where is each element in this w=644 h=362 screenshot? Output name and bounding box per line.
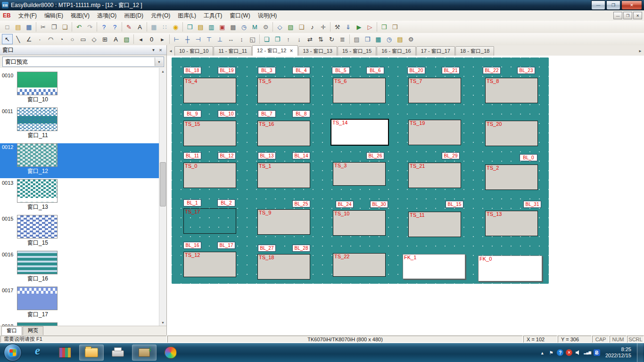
picture-tool-icon[interactable]: ▧ [121, 34, 132, 44]
tab-scroll-right-icon[interactable]: ► [636, 46, 644, 56]
new-icon[interactable]: □ [2, 22, 13, 32]
picture-library-icon[interactable]: ▧ [285, 22, 296, 32]
menu-item-8[interactable]: 工具(T) [200, 11, 226, 21]
panel-dropdown-icon[interactable]: ▼ [150, 47, 157, 53]
bit-lamp-BL_19[interactable]: BL_19 [218, 67, 236, 74]
hidden-icons-arrow[interactable]: ▴ [539, 349, 545, 356]
align-right-icon[interactable]: ⊣ [193, 34, 204, 44]
bit-lamp-BL_17[interactable]: BL_17 [217, 242, 235, 249]
address-view-icon[interactable]: ▦ [373, 34, 384, 44]
layer-icon[interactable]: ≣ [337, 34, 348, 44]
tab-12 - 窗口_12[interactable]: 12 - 窗口_12× [252, 45, 297, 56]
toggle-switch-TS_21[interactable]: TS_21 [408, 163, 461, 188]
network-icon[interactable]: ▂▄▆ [584, 349, 591, 356]
toggle-switch-TS_1[interactable]: TS_1 [257, 163, 310, 188]
bit-lamp-BL_28[interactable]: BL_28 [292, 245, 310, 252]
pie-tool-icon[interactable]: ◔ [56, 34, 67, 44]
menu-item-1[interactable]: 文件(F) [15, 11, 41, 21]
panel-close-icon[interactable]: × [157, 47, 164, 53]
panel-tab-window[interactable]: 窗口 [1, 326, 22, 335]
data-sampling-icon[interactable]: ▥ [206, 22, 217, 32]
explorer-icon[interactable] [79, 345, 104, 361]
bit-lamp-BL_3[interactable]: BL_3 [258, 67, 276, 74]
bit-lamp-BL_31[interactable]: BL_31 [523, 201, 541, 208]
select-tool-icon[interactable]: ↖ [2, 34, 13, 44]
bit-lamp-BL_13[interactable]: BL_13 [258, 152, 276, 159]
window-list-item-0012[interactable]: 0012窗口_12 [0, 143, 159, 178]
tab-17 - 窗口_17[interactable]: 17 - 窗口_17 [416, 46, 455, 56]
toggle-switch-TS_7[interactable]: TS_7 [408, 78, 461, 103]
align-top-icon[interactable]: ⊤ [204, 34, 215, 44]
bit-lamp-BL_5[interactable]: BL_5 [332, 67, 350, 74]
text-tool-icon[interactable]: A [110, 34, 121, 44]
line-tool-icon[interactable]: ╲ [13, 34, 24, 44]
menu-item-4[interactable]: 选项(O) [93, 11, 120, 21]
flip-horizontal-icon[interactable]: ⇄ [305, 34, 315, 44]
ie-browser-icon[interactable] [26, 345, 51, 361]
polyline-tool-icon[interactable]: ∠ [24, 34, 34, 44]
design-canvas[interactable]: BL_18BL_19BL_3BL_4BL_5BL_6BL_20BL_21BL_2… [172, 58, 549, 284]
window-preview-icon[interactable]: ❒ [362, 34, 373, 44]
sound-library-icon[interactable]: ♪ [307, 22, 318, 32]
bit-lamp-BL_23[interactable]: BL_23 [517, 67, 535, 74]
same-height-icon[interactable]: ↕ [236, 34, 247, 44]
error-icon[interactable]: ✕ [566, 349, 572, 356]
image-viewer-icon[interactable] [158, 345, 183, 361]
menu-item-5[interactable]: 画图(D) [120, 11, 147, 21]
bit-lamp-BL_20[interactable]: BL_20 [407, 67, 425, 74]
window-copy-icon[interactable]: ❒ [379, 22, 389, 32]
panel-tab-web[interactable]: 网页 [23, 326, 43, 335]
bit-lamp-BL_12[interactable]: BL_12 [218, 152, 236, 159]
toggle-switch-TS_9[interactable]: TS_9 [257, 209, 310, 235]
bit-lamp-BL_24[interactable]: BL_24 [336, 201, 354, 208]
redo-icon[interactable]: ↷ [84, 22, 95, 32]
align-center-icon[interactable]: ┼ [182, 34, 193, 44]
online-simulation-icon[interactable]: ▷ [364, 22, 375, 32]
bring-front-icon[interactable]: ↑ [283, 34, 294, 44]
transparent-icon[interactable]: ▨ [351, 34, 362, 44]
toggle-switch-TS_14[interactable]: TS_14 [330, 119, 389, 146]
window-paste-icon[interactable]: ❒ [389, 22, 400, 32]
shape-library-icon[interactable]: ◇ [274, 22, 285, 32]
window-preview-select[interactable]: 窗口预览 ▼ [2, 57, 164, 67]
align-left-icon[interactable]: ⊢ [171, 34, 182, 44]
window-settings-icon[interactable]: ❒ [184, 22, 195, 32]
tab-13 - 窗口_13[interactable]: 13 - 窗口_13 [298, 46, 337, 56]
bit-lamp-BL_27[interactable]: BL_27 [258, 245, 276, 252]
tab-10 - 窗口_10[interactable]: 10 - 窗口_10 [174, 46, 213, 56]
bit-lamp-BL_25[interactable]: BL_25 [292, 200, 310, 207]
copy-icon[interactable]: ❐ [49, 22, 59, 32]
installer-icon[interactable] [132, 345, 157, 361]
window-list-item-0016[interactable]: 0016窗口_16 [0, 251, 159, 286]
bit-lamp-BL_7[interactable]: BL_7 [258, 110, 276, 117]
label-library-icon[interactable]: ❑ [296, 22, 307, 32]
same-size-icon[interactable]: ◱ [247, 34, 258, 44]
compile-icon[interactable]: ⚒ [332, 22, 343, 32]
build-icon[interactable]: ⚙ [405, 34, 416, 44]
state-value[interactable]: 0 [146, 34, 157, 44]
menu-item-2[interactable]: 编辑(E) [41, 11, 67, 21]
grid-icon[interactable]: ▦ [149, 22, 159, 32]
address-tag-icon[interactable]: ✛ [318, 22, 329, 32]
bit-lamp-BL_16[interactable]: BL_16 [183, 242, 201, 249]
paste-icon[interactable]: ❏ [59, 22, 70, 32]
bit-lamp-BL_9[interactable]: BL_9 [183, 110, 201, 117]
toggle-switch-TS_11[interactable]: TS_11 [408, 212, 461, 237]
tab-11 - 窗口_11[interactable]: 11 - 窗口_11 [214, 46, 252, 56]
macro-icon[interactable]: M [249, 22, 260, 32]
tab-close-icon[interactable]: × [289, 48, 293, 54]
mdi-close-button[interactable]: ✕ [633, 12, 642, 19]
tab-16 - 窗口_16[interactable]: 16 - 窗口_16 [377, 46, 415, 56]
bit-lamp-BL_26[interactable]: BL_26 [366, 152, 384, 159]
volume-icon[interactable] [575, 349, 581, 356]
bit-lamp-BL_18[interactable]: BL_18 [183, 67, 201, 74]
same-width-icon[interactable]: ↔ [225, 34, 236, 44]
bit-lamp-BL_15[interactable]: BL_15 [446, 201, 463, 208]
toggle-switch-TS_3[interactable]: TS_3 [333, 162, 386, 186]
window-list-item-0017[interactable]: 0017窗口_17 [0, 287, 159, 321]
ungroup-icon[interactable]: ❐ [272, 34, 283, 44]
bluetooth-icon[interactable]: Ƀ [594, 349, 600, 356]
toggle-switch-TS_6[interactable]: TS_6 [333, 78, 386, 103]
alarm-bar-icon[interactable]: ▣ [217, 22, 228, 32]
show-desktop-button[interactable] [637, 343, 643, 362]
